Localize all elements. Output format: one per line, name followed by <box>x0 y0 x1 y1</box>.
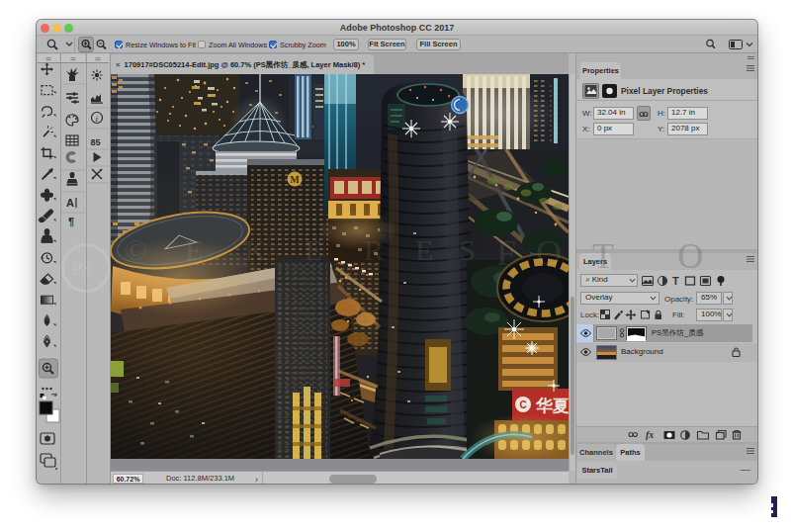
svg-text:A: A <box>66 197 74 209</box>
svg-text:85: 85 <box>91 137 101 147</box>
svg-text:fx: fx <box>646 429 654 440</box>
svg-text:¶: ¶ <box>68 216 74 227</box>
svg-text:i: i <box>96 114 99 124</box>
svg-text:T: T <box>672 275 679 287</box>
